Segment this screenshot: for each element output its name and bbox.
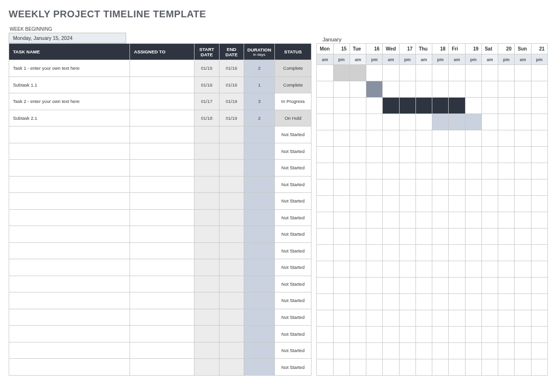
status-cell[interactable]: Not Started — [275, 342, 311, 359]
end-date-cell[interactable] — [219, 326, 244, 342]
start-date-cell[interactable]: 01/15 — [194, 60, 219, 77]
status-cell[interactable]: In Progress — [275, 93, 311, 110]
end-date-cell[interactable]: 01/19 — [219, 93, 244, 110]
assigned-to-cell[interactable] — [130, 309, 194, 326]
status-cell[interactable]: Not Started — [275, 193, 311, 210]
task-name-cell[interactable] — [9, 326, 130, 342]
status-cell[interactable]: Not Started — [275, 126, 311, 143]
assigned-to-cell[interactable] — [130, 359, 194, 376]
end-date-cell[interactable] — [219, 160, 244, 177]
assigned-to-cell[interactable] — [130, 276, 194, 292]
assigned-to-cell[interactable] — [130, 226, 194, 243]
assigned-to-cell[interactable] — [130, 160, 194, 177]
end-date-cell[interactable] — [219, 359, 244, 376]
end-date-cell[interactable] — [219, 176, 244, 193]
start-date-cell[interactable] — [194, 143, 219, 160]
status-cell[interactable]: Not Started — [275, 259, 311, 276]
start-date-cell[interactable] — [194, 276, 219, 292]
task-name-cell[interactable]: Subtask 1.1 — [9, 76, 130, 93]
status-cell[interactable]: Not Started — [275, 242, 311, 259]
end-date-cell[interactable] — [219, 209, 244, 226]
end-date-cell[interactable] — [219, 193, 244, 210]
assigned-to-cell[interactable] — [130, 93, 194, 110]
assigned-to-cell[interactable] — [130, 326, 194, 342]
gantt-cell — [515, 163, 531, 179]
start-date-cell[interactable] — [194, 126, 219, 143]
week-beginning-input[interactable]: Monday, January 15, 2024 — [9, 33, 126, 43]
end-date-cell[interactable] — [219, 276, 244, 292]
status-cell[interactable]: Not Started — [275, 160, 311, 177]
gantt-cell — [383, 310, 399, 327]
status-cell[interactable]: Not Started — [275, 209, 311, 226]
end-date-cell[interactable] — [219, 342, 244, 359]
task-name-cell[interactable] — [9, 193, 130, 210]
task-name-cell[interactable] — [9, 226, 130, 243]
end-date-cell[interactable]: 01/16 — [219, 76, 244, 93]
start-date-cell[interactable] — [194, 209, 219, 226]
end-date-cell[interactable] — [219, 242, 244, 259]
start-date-cell[interactable] — [194, 359, 219, 376]
start-date-cell[interactable] — [194, 292, 219, 309]
task-name-cell[interactable] — [9, 209, 130, 226]
assigned-to-cell[interactable] — [130, 193, 194, 210]
task-name-cell[interactable] — [9, 176, 130, 193]
status-cell[interactable]: Not Started — [275, 143, 311, 160]
status-cell[interactable]: Not Started — [275, 309, 311, 326]
start-date-cell[interactable] — [194, 176, 219, 193]
task-name-cell[interactable]: Task 2 - enter your own text here — [9, 93, 130, 110]
assigned-to-cell[interactable] — [130, 60, 194, 77]
start-date-cell[interactable] — [194, 160, 219, 177]
start-date-cell[interactable] — [194, 326, 219, 342]
assigned-to-cell[interactable] — [130, 176, 194, 193]
task-name-cell[interactable]: Subtask 2.1 — [9, 110, 130, 126]
assigned-to-cell[interactable] — [130, 110, 194, 126]
assigned-to-cell[interactable] — [130, 292, 194, 309]
status-cell[interactable]: Complete — [275, 76, 311, 93]
assigned-to-cell[interactable] — [130, 259, 194, 276]
task-name-cell[interactable]: Task 1 - enter your own text here — [9, 60, 130, 77]
end-date-cell[interactable] — [219, 126, 244, 143]
assigned-to-cell[interactable] — [130, 76, 194, 93]
start-date-cell[interactable] — [194, 309, 219, 326]
status-cell[interactable]: Not Started — [275, 326, 311, 342]
task-name-cell[interactable] — [9, 292, 130, 309]
end-date-cell[interactable]: 01/16 — [219, 60, 244, 77]
status-cell[interactable]: Not Started — [275, 359, 311, 376]
end-date-cell[interactable] — [219, 309, 244, 326]
status-cell[interactable]: On Hold — [275, 110, 311, 126]
start-date-cell[interactable]: 01/16 — [194, 76, 219, 93]
task-name-cell[interactable] — [9, 160, 130, 177]
end-date-cell[interactable] — [219, 226, 244, 243]
task-name-cell[interactable] — [9, 359, 130, 376]
start-date-cell[interactable] — [194, 259, 219, 276]
task-name-cell[interactable] — [9, 143, 130, 160]
assigned-to-cell[interactable] — [130, 143, 194, 160]
end-date-cell[interactable] — [219, 292, 244, 309]
status-cell[interactable]: Not Started — [275, 276, 311, 292]
gantt-cell — [531, 163, 547, 179]
start-date-cell[interactable]: 01/18 — [194, 110, 219, 126]
end-date-cell[interactable] — [219, 143, 244, 160]
task-name-cell[interactable] — [9, 242, 130, 259]
task-name-cell[interactable] — [9, 126, 130, 143]
start-date-cell[interactable] — [194, 342, 219, 359]
end-date-cell[interactable] — [219, 259, 244, 276]
assigned-to-cell[interactable] — [130, 126, 194, 143]
task-name-cell[interactable] — [9, 309, 130, 326]
gantt-row — [317, 114, 548, 130]
start-date-cell[interactable] — [194, 242, 219, 259]
status-cell[interactable]: Not Started — [275, 226, 311, 243]
task-name-cell[interactable] — [9, 342, 130, 359]
status-cell[interactable]: Not Started — [275, 292, 311, 309]
status-cell[interactable]: Not Started — [275, 176, 311, 193]
assigned-to-cell[interactable] — [130, 242, 194, 259]
assigned-to-cell[interactable] — [130, 342, 194, 359]
end-date-cell[interactable]: 01/19 — [219, 110, 244, 126]
start-date-cell[interactable] — [194, 226, 219, 243]
assigned-to-cell[interactable] — [130, 209, 194, 226]
task-name-cell[interactable] — [9, 276, 130, 292]
start-date-cell[interactable] — [194, 193, 219, 210]
status-cell[interactable]: Complete — [275, 60, 311, 77]
start-date-cell[interactable]: 01/17 — [194, 93, 219, 110]
task-name-cell[interactable] — [9, 259, 130, 276]
